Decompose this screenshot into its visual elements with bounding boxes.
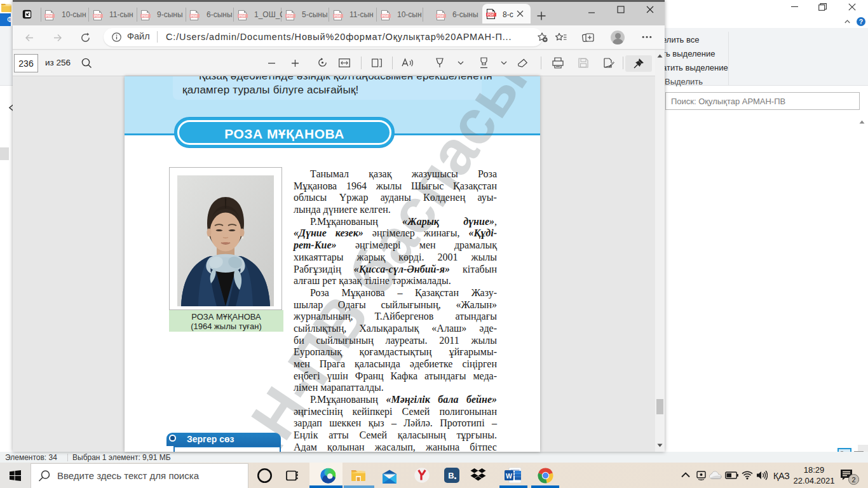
svg-text:B: B: [448, 471, 454, 480]
svg-text:W: W: [506, 472, 512, 480]
